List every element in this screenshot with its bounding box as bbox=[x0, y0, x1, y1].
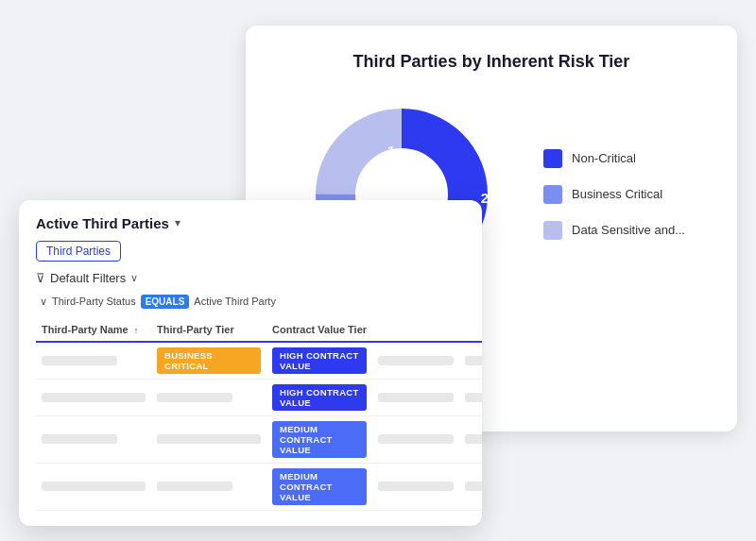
badge-high-contract-1: HIGH CONTRACT VALUE bbox=[272, 347, 367, 374]
extra-placeholder-3b bbox=[465, 434, 482, 444]
legend-swatch-business-critical bbox=[543, 185, 562, 204]
filter-chevron-icon[interactable]: ∨ bbox=[130, 272, 138, 284]
table-head: Third-Party Name ↑ Third-Party Tier Cont… bbox=[36, 320, 482, 342]
name-placeholder-1 bbox=[42, 356, 117, 365]
table-row: MEDIUM CONTRACT VALUE bbox=[36, 463, 482, 510]
th-contract: Contract Value Tier bbox=[266, 320, 372, 342]
chart-legend: Non-Critical Business Critical Data Sens… bbox=[543, 149, 685, 240]
extra-placeholder-3a bbox=[378, 434, 454, 444]
cell-extra-1b bbox=[459, 342, 482, 380]
tier-placeholder-4 bbox=[157, 482, 232, 491]
table-row: HIGH CONTRACT VALUE bbox=[36, 379, 482, 415]
data-table: Third-Party Name ↑ Third-Party Tier Cont… bbox=[36, 320, 482, 511]
chip-expand-icon: ∨ bbox=[40, 296, 47, 308]
legend-label-data-sensitive: Data Sensitive and... bbox=[572, 223, 685, 237]
segment-label-right: 2 bbox=[481, 190, 489, 206]
filter-label: Default Filters bbox=[50, 271, 126, 285]
th-tier: Third-Party Tier bbox=[151, 320, 266, 342]
cell-extra-3b bbox=[459, 415, 482, 463]
extra-placeholder-2b bbox=[465, 393, 482, 402]
cell-name-4 bbox=[36, 463, 151, 510]
cell-contract-4: MEDIUM CONTRACT VALUE bbox=[266, 463, 372, 510]
cell-extra-4a bbox=[372, 463, 459, 510]
cell-tier-4 bbox=[151, 463, 266, 510]
name-placeholder-2 bbox=[42, 393, 146, 402]
cell-name-2 bbox=[36, 379, 151, 415]
tab-row: Third Parties bbox=[36, 241, 465, 262]
tier-placeholder-3 bbox=[157, 434, 261, 444]
scene: Third Parties by Inherent Risk Tier 1 2 bbox=[19, 16, 737, 526]
tier-placeholder-2 bbox=[157, 393, 232, 402]
table-row: BUSINESS CRITICAL HIGH CONTRACT VALUE bbox=[36, 342, 482, 380]
badge-medium-contract-2: MEDIUM CONTRACT VALUE bbox=[272, 468, 367, 505]
chip-label: Third-Party Status bbox=[52, 296, 136, 307]
badge-high-contract-2: HIGH CONTRACT VALUE bbox=[272, 384, 367, 411]
chip-value: Active Third Party bbox=[194, 296, 276, 307]
legend-swatch-data-sensitive bbox=[543, 221, 562, 240]
cell-contract-2: HIGH CONTRACT VALUE bbox=[266, 379, 372, 415]
badge-medium-contract-1: MEDIUM CONTRACT VALUE bbox=[272, 421, 367, 458]
cell-tier-3 bbox=[151, 415, 266, 463]
cell-tier-2 bbox=[151, 379, 266, 415]
cell-extra-4b bbox=[459, 463, 482, 510]
table-header-row: Third-Party Name ↑ Third-Party Tier Cont… bbox=[36, 320, 482, 342]
extra-placeholder-4a bbox=[378, 482, 454, 491]
cell-name-1 bbox=[36, 342, 151, 380]
cell-tier-1: BUSINESS CRITICAL bbox=[151, 342, 266, 380]
cell-name-3 bbox=[36, 415, 151, 463]
filter-row: ⊽ Default Filters ∨ bbox=[36, 271, 465, 285]
filter-icon: ⊽ bbox=[36, 271, 45, 285]
chip-badge: EQUALS bbox=[141, 295, 190, 309]
cell-extra-1a bbox=[372, 342, 459, 380]
legend-swatch-non-critical bbox=[543, 149, 562, 168]
th-extra-1 bbox=[372, 320, 459, 342]
card-header-title: Active Third Parties bbox=[36, 215, 169, 231]
cell-extra-3a bbox=[372, 415, 459, 463]
table-card: Active Third Parties ▾ Third Parties ⊽ D… bbox=[19, 200, 482, 526]
tab-third-parties[interactable]: Third Parties bbox=[36, 241, 121, 262]
legend-item-business-critical: Business Critical bbox=[543, 185, 685, 204]
legend-item-non-critical: Non-Critical bbox=[543, 149, 685, 168]
extra-placeholder-4b bbox=[465, 482, 482, 491]
table-body: BUSINESS CRITICAL HIGH CONTRACT VALUE bbox=[36, 342, 482, 511]
th-name: Third-Party Name ↑ bbox=[36, 320, 151, 342]
extra-placeholder-1a bbox=[378, 356, 454, 365]
cell-contract-3: MEDIUM CONTRACT VALUE bbox=[266, 415, 372, 463]
cell-contract-1: HIGH CONTRACT VALUE bbox=[266, 342, 372, 380]
th-extra-2 bbox=[459, 320, 482, 342]
filter-chips-row: ∨ Third-Party Status EQUALS Active Third… bbox=[36, 295, 465, 309]
legend-label-non-critical: Non-Critical bbox=[572, 151, 636, 165]
legend-item-data-sensitive: Data Sensitive and... bbox=[543, 221, 685, 240]
extra-placeholder-1b bbox=[465, 356, 482, 365]
card-header: Active Third Parties ▾ bbox=[36, 215, 465, 231]
cell-extra-2a bbox=[372, 379, 459, 415]
name-placeholder-3 bbox=[42, 434, 117, 444]
table-row: MEDIUM CONTRACT VALUE bbox=[36, 415, 482, 463]
badge-business-critical: BUSINESS CRITICAL bbox=[157, 347, 261, 374]
name-placeholder-4 bbox=[42, 482, 146, 491]
header-chevron-icon[interactable]: ▾ bbox=[175, 216, 180, 229]
cell-extra-2b bbox=[459, 379, 482, 415]
segment-label-top: 1 bbox=[387, 143, 395, 159]
sort-icon-name[interactable]: ↑ bbox=[134, 326, 139, 335]
chart-title: Third Parties by Inherent Risk Tier bbox=[276, 52, 707, 72]
legend-label-business-critical: Business Critical bbox=[572, 187, 662, 201]
extra-placeholder-2a bbox=[378, 393, 454, 402]
